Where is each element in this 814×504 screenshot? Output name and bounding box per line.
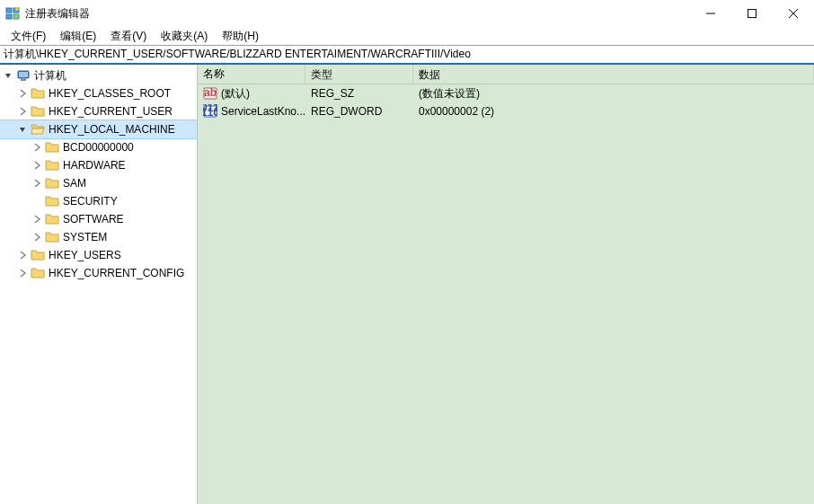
menu-edit[interactable]: 编辑(E)	[53, 27, 103, 46]
column-header-type[interactable]: 类型	[305, 65, 413, 84]
main-split: 计算机 HKEY_CLASSES_ROOT	[0, 65, 814, 504]
folder-icon	[31, 266, 45, 280]
tree-node-hkcu[interactable]: HKEY_CURRENT_USER	[0, 102, 197, 120]
tree-label: 计算机	[34, 68, 72, 84]
menu-file[interactable]: 文件(F)	[4, 27, 53, 46]
tree-node-hkcr[interactable]: HKEY_CLASSES_ROOT	[0, 84, 197, 102]
tree-node-hardware[interactable]: HARDWARE	[0, 156, 197, 174]
tree-label: HARDWARE	[63, 159, 131, 172]
folder-icon	[45, 194, 59, 208]
chevron-right-icon[interactable]	[16, 87, 29, 100]
svg-rect-6	[748, 10, 756, 18]
minimize-button[interactable]	[690, 0, 731, 27]
menu-bar: 文件(F) 编辑(E) 查看(V) 收藏夹(A) 帮助(H)	[0, 27, 814, 45]
computer-icon	[16, 68, 31, 83]
value-row[interactable]: 011 110 ServiceLastKno... REG_DWORD 0x00…	[198, 102, 814, 120]
chevron-right-icon[interactable]	[31, 231, 43, 243]
title-bar: 注册表编辑器	[0, 0, 814, 27]
svg-rect-3	[13, 14, 19, 19]
tree-root-computer[interactable]: 计算机	[0, 66, 197, 84]
chevron-right-icon[interactable]	[31, 177, 43, 190]
tree-label: HKEY_USERS	[49, 249, 127, 261]
chevron-right-icon[interactable]	[16, 105, 29, 118]
svg-text:110: 110	[203, 106, 217, 119]
folder-icon	[45, 176, 59, 190]
folder-icon	[31, 248, 45, 262]
folder-icon	[45, 158, 59, 172]
menu-favorites[interactable]: 收藏夹(A)	[154, 27, 215, 46]
maximize-button[interactable]	[731, 0, 773, 27]
tree-label: HKEY_CURRENT_USER	[49, 105, 178, 118]
value-name: (默认)	[221, 86, 250, 102]
column-header-data[interactable]: 数据	[413, 65, 814, 84]
tree-label: SAM	[63, 177, 92, 190]
svg-point-4	[15, 7, 19, 11]
tree-label: SOFTWARE	[63, 213, 129, 225]
value-row[interactable]: ab (默认) REG_SZ (数值未设置)	[198, 84, 814, 102]
folder-icon	[31, 104, 45, 119]
svg-rect-11	[21, 79, 26, 81]
folder-icon	[45, 212, 59, 226]
list-body[interactable]: ab (默认) REG_SZ (数值未设置) 011 110 ServiceLa…	[198, 84, 814, 504]
value-data: 0x00000002 (2)	[413, 105, 814, 118]
tree-node-bcd[interactable]: BCD00000000	[0, 138, 197, 156]
tree-node-security[interactable]: SECURITY	[0, 192, 197, 210]
address-path: 计算机\HKEY_CURRENT_USER/SOFTWARE/BLIZZARD …	[4, 47, 471, 62]
value-data: (数值未设置)	[413, 86, 814, 102]
address-bar[interactable]: 计算机\HKEY_CURRENT_USER/SOFTWARE/BLIZZARD …	[0, 45, 814, 65]
reg-string-icon: ab	[203, 86, 217, 101]
values-pane: 名称 类型 数据 ab (默认) REG_SZ (数值未设置)	[198, 65, 814, 504]
chevron-down-icon[interactable]	[16, 123, 29, 136]
folder-icon	[45, 230, 59, 244]
chevron-right-icon[interactable]	[16, 249, 29, 261]
chevron-right-icon[interactable]	[31, 141, 43, 154]
tree-node-hkcc[interactable]: HKEY_CURRENT_CONFIG	[0, 264, 197, 282]
tree-label: HKEY_CURRENT_CONFIG	[49, 267, 190, 279]
reg-binary-icon: 011 110	[203, 104, 217, 119]
chevron-right-icon[interactable]	[31, 159, 43, 172]
folder-open-icon	[31, 122, 45, 137]
value-type: REG_SZ	[305, 87, 413, 100]
chevron-right-icon[interactable]	[16, 267, 29, 279]
tree-label: SECURITY	[63, 195, 123, 208]
tree-label: BCD00000000	[63, 141, 139, 154]
tree-pane[interactable]: 计算机 HKEY_CLASSES_ROOT	[0, 65, 198, 504]
column-header-name[interactable]: 名称	[198, 65, 305, 84]
close-button[interactable]	[773, 0, 814, 27]
tree-node-software[interactable]: SOFTWARE	[0, 210, 197, 228]
tree-node-system[interactable]: SYSTEM	[0, 228, 197, 246]
folder-icon	[45, 140, 59, 155]
chevron-down-icon[interactable]	[2, 69, 14, 82]
value-type: REG_DWORD	[305, 105, 413, 118]
list-header: 名称 类型 数据	[198, 65, 814, 84]
menu-help[interactable]: 帮助(H)	[215, 27, 266, 46]
tree-label: SYSTEM	[63, 231, 112, 243]
tree-node-sam[interactable]: SAM	[0, 174, 197, 192]
tree-label: HKEY_LOCAL_MACHINE	[49, 123, 181, 136]
chevron-right-icon[interactable]	[31, 213, 43, 225]
svg-text:ab: ab	[204, 86, 217, 99]
svg-rect-2	[6, 14, 12, 19]
regedit-icon	[5, 6, 20, 21]
value-name: ServiceLastKno...	[221, 105, 305, 118]
tree-label: HKEY_CLASSES_ROOT	[49, 87, 176, 100]
folder-icon	[31, 86, 45, 101]
svg-rect-10	[19, 72, 28, 77]
tree-node-hklm[interactable]: HKEY_LOCAL_MACHINE	[0, 120, 197, 138]
svg-rect-0	[6, 8, 12, 13]
menu-view[interactable]: 查看(V)	[103, 27, 154, 46]
window-title: 注册表编辑器	[25, 6, 690, 22]
tree-node-hku[interactable]: HKEY_USERS	[0, 246, 197, 264]
